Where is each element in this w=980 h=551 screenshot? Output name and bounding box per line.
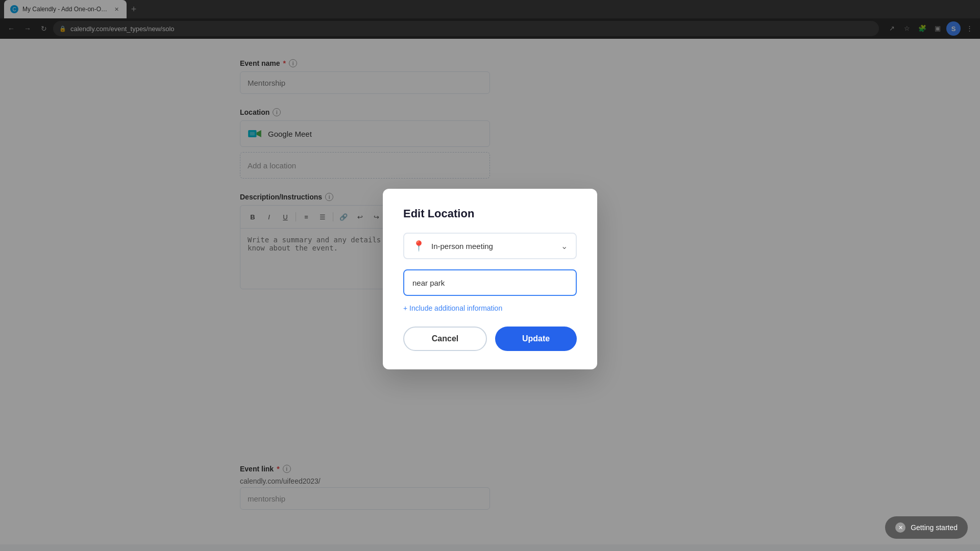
location-text-input[interactable] — [403, 269, 577, 296]
modal-actions: Cancel Update — [403, 327, 577, 351]
location-type-text: In-person meeting — [431, 242, 555, 251]
cancel-button[interactable]: Cancel — [403, 327, 487, 351]
getting-started-widget[interactable]: ✕ Getting started — [885, 516, 968, 539]
location-type-dropdown[interactable]: 📍 In-person meeting ⌄ — [403, 233, 577, 259]
update-button[interactable]: Update — [495, 327, 577, 351]
getting-started-close-button[interactable]: ✕ — [895, 522, 905, 533]
location-pin-icon: 📍 — [412, 240, 425, 252]
modal-title: Edit Location — [403, 207, 577, 220]
additional-info-link[interactable]: + Include additional information — [403, 304, 577, 312]
getting-started-label: Getting started — [911, 523, 958, 532]
chevron-down-icon: ⌄ — [561, 241, 568, 251]
edit-location-modal: Edit Location 📍 In-person meeting ⌄ + In… — [383, 189, 597, 369]
